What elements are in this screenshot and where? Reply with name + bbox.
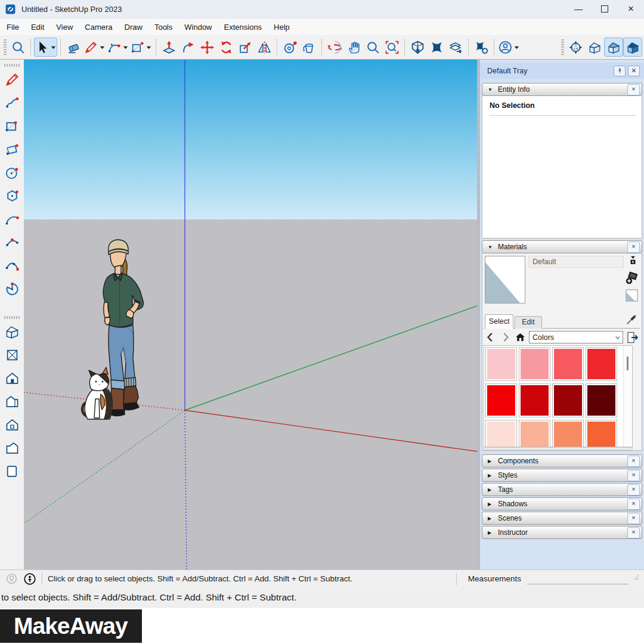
3d-warehouse-button[interactable]	[408, 38, 427, 57]
view-back-button[interactable]	[2, 414, 22, 438]
material-name-field[interactable]: Default	[528, 256, 624, 268]
view-top-button[interactable]	[2, 345, 22, 368]
panel-close-button[interactable]: ×	[627, 456, 640, 467]
materials-header[interactable]: ▼ Materials ×	[482, 240, 642, 253]
forward-button[interactable]	[499, 331, 512, 343]
entity-info-close-button[interactable]: ×	[627, 84, 640, 95]
three-point-arc-button[interactable]	[2, 255, 22, 278]
secondary-pane-button[interactable]	[627, 255, 639, 268]
geolocation-icon[interactable]	[5, 572, 18, 585]
back-button[interactable]	[484, 331, 497, 343]
tray-pin-button[interactable]	[614, 66, 626, 76]
color-swatch[interactable]	[586, 383, 617, 417]
shapes-button[interactable]	[129, 38, 153, 57]
close-button[interactable]: ×	[618, 0, 644, 18]
search-button[interactable]	[8, 38, 27, 57]
freehand-button[interactable]	[2, 92, 22, 116]
entity-info-header[interactable]: ▼ Entity Info ×	[482, 83, 642, 96]
in-model-button[interactable]	[514, 331, 527, 343]
toolbar-drag-handle[interactable]	[4, 64, 20, 67]
sample-paint-icon[interactable]	[625, 313, 638, 326]
push-pull-button[interactable]	[159, 38, 178, 57]
color-swatch[interactable]	[519, 347, 550, 381]
materials-close-button[interactable]: ×	[627, 242, 640, 253]
pie-button[interactable]	[2, 278, 22, 302]
color-swatch[interactable]	[552, 420, 584, 447]
tab-edit[interactable]: Edit	[515, 316, 542, 329]
menu-extensions[interactable]: Extensions	[222, 23, 268, 32]
3d-viewport[interactable]	[24, 60, 477, 569]
scale-button[interactable]	[236, 38, 255, 57]
help-person-icon[interactable]	[23, 572, 36, 586]
person-figure[interactable]	[103, 240, 143, 416]
follow-me-button[interactable]	[178, 38, 197, 57]
resize-grip-icon[interactable]	[633, 574, 642, 583]
shaded-mode-button[interactable]	[604, 38, 623, 57]
menu-edit[interactable]: Edit	[29, 23, 50, 32]
scrollbar-thumb[interactable]	[627, 357, 628, 370]
menu-window[interactable]: Window	[182, 23, 218, 32]
tape-measure-button[interactable]	[280, 38, 299, 57]
color-swatch[interactable]	[552, 347, 584, 381]
default-material-swatch[interactable]	[624, 287, 640, 302]
minimize-button[interactable]: —	[565, 0, 592, 18]
swatch-hscrollbar[interactable]	[484, 447, 633, 450]
move-button[interactable]	[197, 38, 216, 57]
panel-close-button[interactable]: ×	[627, 470, 640, 481]
toolbar-drag-handle[interactable]	[4, 316, 20, 319]
toolbar-drag-handle[interactable]	[561, 39, 564, 55]
pan-button[interactable]	[344, 38, 363, 57]
color-swatch[interactable]	[586, 347, 617, 381]
two-point-arc-button[interactable]	[2, 232, 22, 255]
details-button[interactable]	[626, 330, 640, 345]
arcs-button[interactable]	[106, 38, 129, 57]
account-button[interactable]	[497, 38, 521, 57]
maximize-button[interactable]	[592, 0, 618, 18]
rotated-rectangle-button[interactable]	[2, 139, 22, 162]
extension-manager-button[interactable]	[472, 38, 491, 57]
arc-button[interactable]	[2, 209, 22, 232]
measurements-input[interactable]	[527, 573, 628, 584]
menu-view[interactable]: View	[54, 23, 79, 32]
color-swatch[interactable]	[485, 347, 517, 381]
panel-close-button[interactable]: ×	[627, 527, 640, 538]
line-dropdown-caret[interactable]	[99, 44, 106, 51]
menu-help[interactable]: Help	[271, 23, 296, 32]
monochrome-mode-button[interactable]	[623, 38, 642, 57]
color-swatch[interactable]	[485, 383, 517, 417]
eraser-button[interactable]	[64, 38, 83, 57]
create-material-button[interactable]	[624, 270, 640, 286]
tab-select[interactable]: Select	[485, 314, 513, 329]
panel-close-button[interactable]: ×	[627, 513, 640, 524]
panel-components[interactable]: ▶Components×	[482, 454, 642, 467]
swatch-scrollbar[interactable]	[623, 346, 632, 447]
circle-button[interactable]	[2, 162, 22, 185]
panel-styles[interactable]: ▶Styles×	[482, 469, 642, 482]
color-swatch[interactable]	[586, 420, 617, 447]
polygon-button[interactable]	[2, 185, 22, 209]
paint-bucket-button[interactable]	[299, 38, 318, 57]
cat-figure[interactable]	[82, 367, 113, 419]
send-to-layout-button[interactable]	[446, 38, 465, 57]
color-swatch[interactable]	[552, 383, 584, 417]
toolbar-drag-handle[interactable]	[4, 39, 7, 55]
tray-close-button[interactable]: ✕	[628, 66, 640, 76]
zoom-button[interactable]	[363, 38, 382, 57]
view-right-button[interactable]	[2, 391, 22, 414]
view-left-button[interactable]	[2, 438, 22, 461]
color-swatch[interactable]	[519, 383, 550, 417]
shapes-dropdown-caret[interactable]	[145, 44, 152, 51]
account-dropdown-caret[interactable]	[513, 44, 520, 51]
zoom-extents-button[interactable]	[382, 38, 401, 57]
rotate-button[interactable]	[216, 38, 236, 57]
extension-warehouse-button[interactable]	[427, 38, 446, 57]
panel-close-button[interactable]: ×	[627, 484, 640, 496]
select-dropdown-caret[interactable]	[50, 44, 57, 51]
camera-compass-button[interactable]: CA·B	[566, 38, 585, 57]
xray-mode-button[interactable]	[585, 38, 604, 57]
view-plan-button[interactable]	[2, 461, 22, 484]
menu-tools[interactable]: Tools	[152, 23, 178, 32]
line-button[interactable]	[83, 38, 106, 57]
view-front-button[interactable]	[2, 368, 22, 391]
line-button[interactable]	[2, 69, 22, 92]
